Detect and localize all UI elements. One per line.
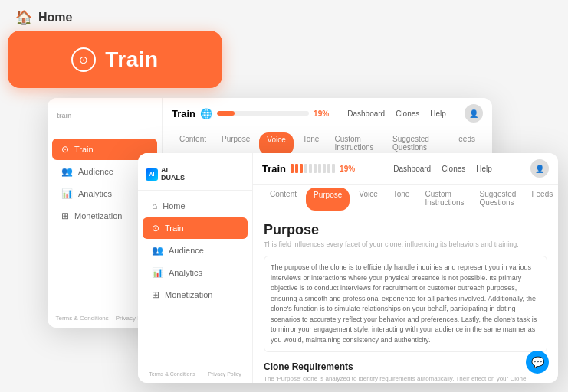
w2-clone-req-subtitle: The 'Purpose' clone is analyzed to ident…	[264, 375, 547, 383]
train-card-label: Train	[105, 47, 158, 72]
seg3	[300, 164, 303, 173]
w2-section-subtitle: This field influences every facet of you…	[264, 240, 547, 248]
seg6	[314, 164, 317, 173]
w2-train-icon: ⊙	[152, 223, 159, 234]
train-icon: ⊙	[61, 144, 69, 155]
seg4	[304, 164, 307, 173]
w2-sidebar-footer: Terms & Conditions Privacy Policy	[138, 371, 252, 377]
w2-sidebar-item-monetization[interactable]: ⊞ Monetization	[143, 284, 248, 305]
w2-sidebar-audience-label: Audience	[169, 246, 204, 255]
w1-tab-voice[interactable]: Voice	[259, 132, 293, 155]
seg10	[332, 164, 335, 173]
w1-sidebar-analytics-label: Analytics	[78, 189, 112, 198]
window-2: AI AI DUALS ⌂ Home ⊙ Train 👥 Audience 📊 …	[138, 153, 558, 383]
window1-topbar-left: Train 🌐 19%	[172, 108, 329, 119]
w1-sidebar-train-label: Train	[74, 145, 94, 154]
w1-sidebar-audience-label: Audience	[78, 167, 113, 176]
w2-sidebar-item-train[interactable]: ⊙ Train	[143, 217, 248, 239]
w2-sidebar-item-home[interactable]: ⌂ Home	[143, 195, 248, 217]
w2-nav-dashboard[interactable]: Dashboard	[393, 165, 431, 173]
seg8	[323, 164, 326, 173]
w2-brand-icon: AI	[146, 168, 158, 181]
window1-topbar: Train 🌐 19% Dashboard Clones Help 👤	[163, 98, 492, 129]
w2-tab-custom-instructions[interactable]: Custom Instructions	[417, 185, 471, 214]
w2-tab-purpose[interactable]: Purpose	[306, 188, 350, 211]
home-title: Home	[38, 11, 72, 24]
window1-topbar-title: Train 🌐 19%	[172, 108, 329, 119]
chat-bubble-button[interactable]: 💬	[526, 351, 549, 374]
w2-section-title: Purpose	[264, 222, 547, 238]
w1-nav-clones[interactable]: Clones	[396, 109, 419, 118]
w2-main-text: The purpose of the clone is to efficient…	[264, 256, 547, 352]
w2-tab-suggested-questions[interactable]: Suggested Questions	[472, 185, 524, 214]
w1-terms-link[interactable]: Terms & Conditions	[55, 315, 108, 322]
window2-topbar-left: Train 19%	[262, 163, 355, 175]
analytics-icon: 📊	[61, 188, 73, 199]
w1-nav-help[interactable]: Help	[430, 109, 446, 118]
w1-topbar-avatar[interactable]: 👤	[465, 104, 483, 122]
window1-sidebar-brand: train	[48, 106, 162, 132]
window2-sidebar: AI AI DUALS ⌂ Home ⊙ Train 👥 Audience 📊 …	[138, 153, 253, 383]
w2-nav-help[interactable]: Help	[476, 165, 492, 173]
home-icon: 🏠	[15, 9, 32, 26]
train-card-target-icon: ⊙	[71, 47, 96, 72]
w2-tab-content[interactable]: Content	[262, 185, 304, 214]
w2-train-label: Train	[262, 163, 286, 175]
window2-topbar: Train 19%	[253, 153, 558, 185]
w1-train-label: Train	[172, 108, 195, 119]
w2-progress-icon	[291, 164, 335, 173]
w1-sidebar-monetization-label: Monetization	[74, 211, 122, 220]
w2-monetization-icon: ⊞	[152, 289, 159, 300]
window2-topbar-title: Train 19%	[262, 163, 355, 175]
seg7	[318, 164, 321, 173]
w2-sidebar-home-label: Home	[163, 201, 185, 211]
w2-sidebar-item-analytics[interactable]: 📊 Analytics	[143, 262, 248, 283]
w2-analytics-icon: 📊	[152, 267, 163, 278]
w2-brand-duals: DUALS	[161, 175, 185, 182]
w1-train-globe-icon: 🌐	[200, 108, 212, 119]
w1-progress-fill	[217, 111, 235, 116]
w2-nav-clones[interactable]: Clones	[442, 165, 465, 173]
seg2	[295, 164, 298, 173]
seg9	[327, 164, 330, 173]
w2-privacy-link[interactable]: Privacy Policy	[208, 371, 241, 377]
w1-brand-label: train	[57, 112, 153, 119]
w1-nav-dashboard[interactable]: Dashboard	[347, 109, 385, 118]
w2-terms-link[interactable]: Terms & Conditions	[149, 371, 195, 377]
seg5	[309, 164, 312, 173]
w1-progress-pct: 19%	[314, 109, 329, 118]
train-card[interactable]: ⊙ Train	[8, 31, 222, 88]
w2-tab-voice[interactable]: Voice	[351, 185, 385, 214]
window2-content-area: Purpose This field influences every face…	[253, 214, 558, 383]
w1-progress-bar	[217, 111, 309, 116]
w2-tab-tone[interactable]: Tone	[386, 185, 418, 214]
w2-sidebar-analytics-label: Analytics	[169, 268, 202, 277]
seg1	[291, 164, 294, 173]
audience-icon: 👥	[61, 166, 73, 177]
w2-topbar-avatar[interactable]: 👤	[530, 159, 549, 178]
target-icon: ⊙	[79, 54, 88, 66]
window2-main: Train 19%	[253, 153, 558, 383]
w2-home-icon: ⌂	[152, 201, 157, 211]
w2-sidebar-monetization-label: Monetization	[165, 290, 212, 299]
w2-progress-pct: 19%	[340, 165, 355, 173]
w2-sidebar-item-audience[interactable]: 👥 Audience	[143, 240, 248, 261]
w2-sidebar-train-label: Train	[165, 224, 184, 233]
window1-topbar-nav: Dashboard Clones Help	[347, 109, 446, 118]
w2-clone-req-title: Clone Requirements	[264, 361, 547, 372]
w2-audience-icon: 👥	[152, 245, 163, 256]
w2-brand-text: AI DUALS	[161, 167, 185, 182]
monetization-icon: ⊞	[61, 211, 69, 221]
w2-brand: AI AI DUALS	[138, 161, 252, 191]
window2-topbar-nav: Dashboard Clones Help	[393, 165, 492, 173]
w2-tab-feeds[interactable]: Feeds	[524, 185, 558, 214]
window2-tabs: Content Purpose Voice Tone Custom Instru…	[253, 185, 558, 214]
